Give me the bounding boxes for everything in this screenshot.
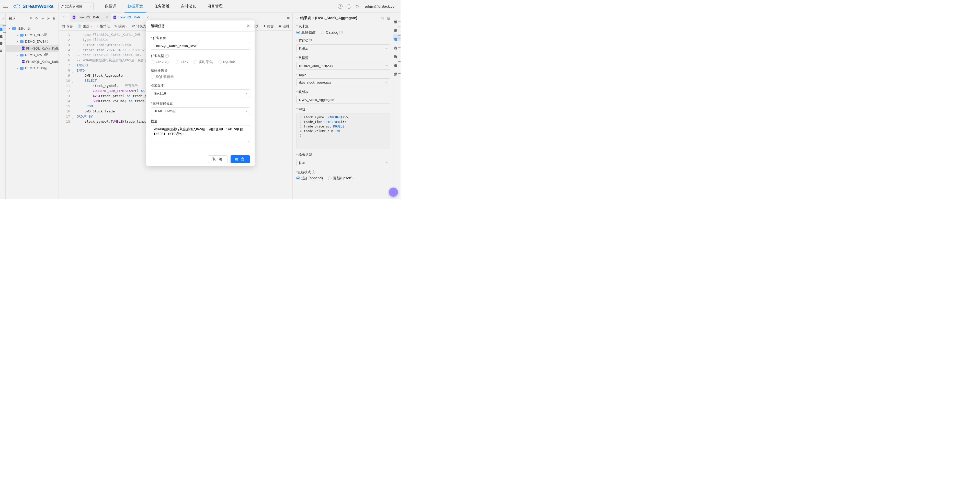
modal-mask: 编辑任务 ✕ 任务名称 任务类型? FlinkSQLFlink实时采集PyFli… — [0, 0, 401, 199]
chevron-down-icon: ▾ — [246, 110, 247, 113]
task-type-radio-1: Flink — [176, 60, 188, 64]
editor-radio-group: SQL编辑器 — [151, 75, 250, 79]
engine-version-label: 引擎版本 — [151, 83, 250, 88]
edit-task-modal: 编辑任务 ✕ 任务名称 任务类型? FlinkSQLFlink实时采集PyFli… — [146, 21, 255, 166]
modal-body: 任务名称 任务类型? FlinkSQLFlink实时采集PyFlink 编辑器选… — [146, 32, 255, 152]
engine-version-select[interactable]: flink1.16▾ — [151, 89, 250, 97]
assistant-fab-icon[interactable] — [389, 188, 398, 197]
task-type-radio-2: 实时采集 — [194, 60, 213, 64]
close-icon[interactable]: ✕ — [247, 24, 250, 29]
editor-select-label: 编辑器选择 — [151, 68, 250, 73]
task-type-radio-3: PyFlink — [218, 60, 235, 64]
cancel-button[interactable]: 取 消 — [208, 155, 228, 163]
task-type-radio-group: FlinkSQLFlink实时采集PyFlink — [151, 60, 250, 64]
task-name-input[interactable] — [151, 42, 250, 49]
chevron-down-icon: ▾ — [246, 92, 247, 95]
task-name-label: 任务名称 — [151, 36, 250, 40]
description-textarea[interactable] — [151, 125, 250, 143]
description-label: 描述 — [151, 119, 250, 124]
task-type-label: 任务类型? — [151, 54, 169, 58]
modal-footer: 取 消 确 定 — [146, 152, 255, 166]
task-type-radio-0: FlinkSQL — [151, 60, 171, 64]
modal-header: 编辑任务 ✕ — [146, 21, 255, 32]
sql-editor-radio: SQL编辑器 — [151, 75, 174, 79]
storage-location-label: 选择存储位置 — [151, 101, 250, 106]
help-icon[interactable]: ? — [165, 54, 169, 58]
ok-button[interactable]: 确 定 — [231, 155, 250, 163]
storage-location-select[interactable]: DEMO_DWS层▾ — [151, 107, 250, 115]
modal-title: 编辑任务 — [151, 24, 165, 29]
